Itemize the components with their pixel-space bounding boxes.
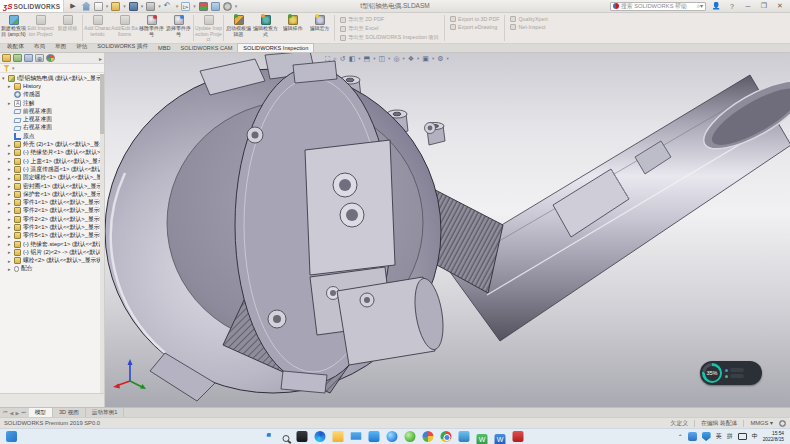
taskbar-search-icon[interactable] — [283, 435, 290, 442]
recorder-stop-button[interactable] — [725, 374, 744, 378]
solidworks-taskbar-icon[interactable] — [513, 431, 524, 442]
undo-icon[interactable]: ↶ — [164, 2, 173, 11]
export-inspection-project-button: 导出至 SOLIDWORKS Inspection 项目 — [340, 34, 439, 41]
minimize-button[interactable]: ─ — [742, 3, 754, 10]
zoom-fit-icon[interactable]: ⛶ — [325, 54, 330, 63]
task-view-icon[interactable] — [297, 431, 308, 442]
section-view-icon[interactable]: ◧ — [349, 54, 356, 63]
view-orientation-icon[interactable]: ⬒ — [364, 54, 371, 63]
tab-sketch[interactable]: 草图 — [50, 42, 71, 52]
apply-scene-icon[interactable]: ▣ — [422, 54, 429, 63]
tab-scroll-arrows[interactable]: ⏮◀▶⏭ — [0, 408, 29, 417]
tab-layout[interactable]: 布局 — [29, 42, 50, 52]
tree-row-history[interactable]: ▸History — [0, 82, 100, 90]
display-style-icon[interactable]: ◫ — [378, 54, 385, 63]
tab-evaluate[interactable]: 评估 — [71, 42, 92, 52]
rebuild-icon[interactable] — [199, 2, 208, 11]
ime-lang-indicator[interactable]: 中 — [752, 432, 758, 441]
print-icon[interactable] — [146, 2, 155, 11]
select-cursor-icon[interactable]: ▻ — [181, 2, 190, 11]
file-properties-icon[interactable] — [211, 2, 220, 11]
chrome-icon[interactable] — [441, 431, 452, 442]
feature-tree-tab-icon[interactable] — [2, 54, 11, 62]
taskbar-clock[interactable]: 15:54 2022/8/15 — [763, 431, 784, 442]
status-badge-icon[interactable] — [779, 420, 786, 427]
edit-macro-button[interactable]: 编辑宏方 — [306, 13, 333, 43]
panel-tabs-overflow-icon[interactable]: ▸ — [99, 55, 102, 62]
zoom-area-icon[interactable]: ⌕ — [333, 54, 337, 63]
tree-filter[interactable]: ▾ — [0, 64, 104, 73]
search-box[interactable]: 搜索 SOLIDWORKS 帮助 ⌕▾ — [610, 2, 706, 11]
tab-solidworks-inspection[interactable]: SOLIDWORKS Inspection — [237, 43, 314, 52]
view-settings-icon[interactable]: ⚙ — [437, 54, 443, 63]
monitor-icon[interactable] — [738, 433, 747, 440]
tree-row-component[interactable]: ▸螺栓<2> (默认<<默认>_显示状态 — [0, 257, 100, 265]
solidworks-logo[interactable]: ʒS SOLIDWORKS — [0, 0, 64, 12]
display-manager-tab-icon[interactable] — [46, 54, 55, 62]
restore-button[interactable]: ❐ — [758, 2, 770, 10]
wps-icon[interactable]: W — [477, 434, 488, 444]
tab-assembly[interactable]: 装配体 — [2, 42, 29, 52]
mail-icon[interactable] — [351, 431, 362, 442]
tree-scrollbar[interactable] — [100, 74, 104, 393]
tab-solidworks-cam[interactable]: SOLIDWORKS CAM — [175, 44, 237, 52]
remove-balloons-button[interactable]: 移除零件序号 — [138, 13, 165, 43]
units-selector[interactable]: MMGS ▾ — [750, 420, 773, 426]
tree-row-right-plane[interactable]: 右视基准面 — [0, 124, 100, 132]
search-icon[interactable]: ⌕▾ — [697, 2, 703, 10]
new-inspection-project-button[interactable]: 新建检查项目 (amp;N) — [0, 13, 27, 43]
tab-mbd[interactable]: MBD — [153, 44, 175, 52]
previous-view-icon[interactable]: ↺ — [340, 54, 346, 63]
dimxpert-manager-tab-icon[interactable]: ⊕ — [35, 54, 44, 62]
filter-funnel-icon — [3, 65, 10, 72]
part-icon — [14, 199, 21, 206]
edit-inspection-method-button[interactable]: 编辑检查方式 — [252, 13, 279, 43]
property-manager-tab-icon[interactable] — [13, 54, 22, 62]
tree-row-mates[interactable]: ▸配合 — [0, 265, 100, 273]
edit-appearance-icon[interactable]: ❖ — [408, 54, 414, 63]
tree-row-root[interactable]: ▾t型铝轴热电偶 (默认<默认>_显示状态-1 — [0, 74, 100, 82]
edge-browser-icon[interactable] — [315, 431, 326, 442]
widgets-icon[interactable] — [6, 431, 17, 442]
hide-show-items-icon[interactable]: ◎ — [393, 54, 399, 63]
ime-indicator[interactable]: 英 — [716, 432, 722, 441]
screen-recorder-overlay[interactable]: 35% — [700, 361, 762, 385]
update-inspection-project-icon — [204, 15, 214, 25]
tab-addins[interactable]: SOLIDWORKS 插件 — [92, 42, 153, 52]
home-icon[interactable] — [82, 2, 91, 11]
login-icon[interactable]: 👤 — [710, 2, 722, 10]
start-button-icon[interactable] — [267, 433, 276, 442]
plane-icon — [13, 126, 21, 131]
security-shield-icon[interactable] — [702, 432, 711, 441]
new-file-icon[interactable] — [94, 2, 103, 11]
select-balloons-button[interactable]: 选择零件序号 — [165, 13, 192, 43]
hidden-icons-chevron[interactable]: ⌃ — [678, 433, 683, 440]
ime-secondary-indicator[interactable]: 拼 — [727, 432, 733, 441]
word-icon[interactable]: W — [495, 434, 506, 444]
tab-model[interactable]: 模型 — [29, 408, 53, 417]
tab-motion-study[interactable]: 运动算例1 — [86, 408, 125, 417]
bing-icon[interactable] — [387, 431, 398, 442]
file-explorer-icon[interactable] — [333, 431, 344, 442]
photos-app-icon[interactable] — [423, 431, 434, 442]
reader-app-icon[interactable] — [459, 431, 470, 442]
save-icon[interactable] — [129, 2, 138, 11]
close-button[interactable]: ✕ — [774, 2, 786, 10]
editing-state-label: 在编辑 装配体 — [701, 419, 737, 428]
green-app-icon[interactable] — [405, 431, 416, 442]
edit-operation-button[interactable]: 编辑操作 — [279, 13, 306, 43]
launch-template-editor-button[interactable]: 启动模板编辑器 — [225, 13, 252, 43]
configuration-manager-tab-icon[interactable] — [24, 54, 33, 62]
tray-blue-app-icon[interactable] — [688, 432, 697, 441]
open-file-icon[interactable] — [111, 2, 120, 11]
tab-3d-views[interactable]: 3D 视图 — [53, 408, 86, 417]
panel-splitter[interactable] — [0, 393, 104, 407]
recorder-pause-button[interactable] — [725, 368, 744, 372]
microsoft-store-icon[interactable] — [369, 431, 380, 442]
options-gear-icon[interactable] — [223, 2, 232, 11]
help-icon[interactable]: ? — [726, 3, 738, 10]
tree-row-sensors[interactable]: 传感器 — [0, 91, 100, 99]
graphics-viewport[interactable]: ⛶ ⌕ ↺ ◧▾ ⬒▾ ◫▾ ◎▾ ❖▾ ▣▾ ⚙▾ — [105, 53, 790, 407]
logo-expand-arrow[interactable]: ▶ — [70, 2, 75, 10]
part-icon — [14, 207, 21, 214]
